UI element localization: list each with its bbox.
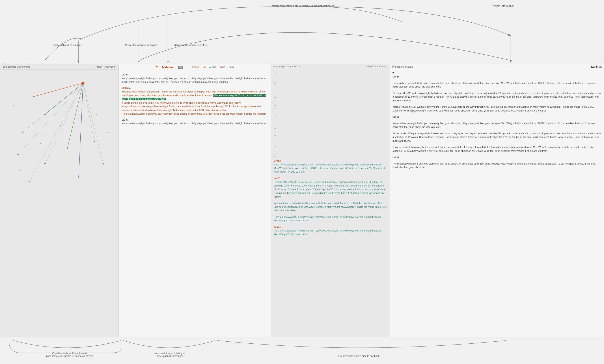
conn-row-5: [274, 114, 387, 117]
conn-header-right: Project Information: [367, 65, 387, 68]
svg-point-21: [94, 141, 95, 142]
far-right-status-dot: [392, 72, 394, 73]
interview-scroll-content[interactable]: Lai Yi Here's a heavyweight T-shirt you …: [119, 71, 271, 337]
speaker-laiy2: Lai Yi: [122, 118, 268, 122]
pin-badge[interactable]: Pin: [178, 66, 183, 69]
conn-laiy-block: Lai Yi Because Max-Weight heavyweight T-…: [274, 176, 387, 199]
svg-point-15: [22, 132, 23, 133]
participant-austin[interactable]: Austin: [209, 66, 216, 69]
conn-row-3: [274, 95, 387, 98]
far-right-block-7: Here's a heavyweight T-shirt you can rea…: [392, 162, 601, 169]
svg-line-8: [79, 83, 83, 177]
participant-grace[interactable]: Grace: [192, 66, 199, 69]
panel2-label: Currently focused interview: [119, 44, 164, 47]
laiy1-text: Here's a heavyweight T-shirt you can rea…: [122, 77, 268, 84]
svg-point-14: [44, 114, 46, 115]
conn-grace2-block: Grace Here's a heavyweight T-shirt you c…: [274, 225, 387, 236]
conn-row-9: [274, 154, 387, 157]
panel3-label: Memex-ish Connections List: [168, 44, 213, 47]
conn-grace-block: Grace Here's a heavyweight T-shirt you c…: [274, 159, 387, 174]
svg-line-2: [34, 83, 83, 97]
connections-panel[interactable]: Soft Surplus Membership Project Informat…: [271, 64, 390, 337]
far-right-dot-row: [392, 72, 601, 73]
svg-line-4: [23, 83, 83, 132]
far-right-panel[interactable]: Project Information Lai Yi O. Lai Yi Her…: [390, 64, 604, 337]
svg-point-19: [78, 176, 79, 178]
connections-panel-header: Soft Surplus Membership Project Informat…: [271, 64, 390, 69]
top-right-label: Project Information: [492, 4, 514, 8]
far-right-block-2: Because Max-Weight heavyweight T-shirts …: [392, 91, 601, 103]
svg-point-16: [67, 147, 68, 149]
conn-dot-8: [274, 146, 276, 148]
svg-point-23: [13, 105, 14, 106]
conn-dot-1: [274, 72, 276, 74]
bottom-note-3: Click anywhere on this side to go "back": [224, 355, 493, 357]
svg-point-28: [60, 125, 61, 126]
far-right-name-1: Lai Yi: [392, 75, 601, 79]
conn-header-left: Soft Surplus Membership: [273, 65, 301, 68]
svg-line-7: [29, 83, 83, 182]
interview-block-2: Melanie Because Max-Weight heavyweight T…: [122, 86, 268, 116]
svg-point-13: [33, 96, 35, 97]
far-right-person-name: Lai Yi O.: [591, 65, 602, 68]
conn-row-6: [274, 126, 387, 129]
conn-dot-5: [274, 115, 276, 117]
conn-row-7: [274, 134, 387, 137]
far-right-block-4: Here's a heavyweight T-shirt you can rea…: [392, 121, 601, 129]
far-right-block-1: Here's a heavyweight T-shirt you can rea…: [392, 81, 601, 89]
top-center-label: Textual connections are rendered in the …: [257, 4, 347, 8]
conn-dot-6: [274, 127, 276, 129]
conn-dot-3: [274, 96, 276, 98]
participant-katie[interactable]: Katie: [220, 66, 225, 69]
conn-row-1: [274, 71, 387, 74]
participant-ed[interactable]: Ed: [202, 66, 205, 69]
svg-point-26: [107, 132, 108, 133]
middle-interview-panel[interactable]: Melanie Pin Grace Ed Austin Katie Lucy L…: [119, 64, 271, 337]
participant-lucy[interactable]: Lucy: [229, 66, 234, 69]
focused-name: Melanie: [162, 66, 173, 69]
bottom-note-2: Needs a lot more thinking re: how to dep…: [130, 352, 211, 357]
svg-point-12: [82, 82, 85, 85]
conn-dot-7: [274, 135, 276, 137]
far-right-scroll[interactable]: Lai Yi Here's a heavyweight T-shirt you …: [390, 70, 604, 337]
highlighted-choice: Choose from a regular T-shirt, a pocket …: [122, 94, 266, 100]
svg-line-5: [67, 83, 83, 148]
svg-point-18: [29, 181, 30, 182]
svg-line-6: [45, 83, 83, 164]
svg-point-24: [40, 143, 41, 144]
bottom-brackets-svg: [0, 337, 604, 364]
melanie-text-start: Because Max-Weight heavyweight T-shirts …: [122, 90, 268, 101]
svg-point-22: [103, 163, 104, 164]
conn-dot-2: [274, 82, 276, 84]
left-panel-header: Soft Surplus Membership Project Informat…: [0, 64, 118, 70]
far-right-header-left: Project Information: [392, 65, 413, 68]
main-content: Soft Surplus Membership Project Informat…: [0, 64, 604, 337]
left-header-right: Project Information: [96, 65, 116, 68]
conn-dot-9: [274, 155, 276, 157]
far-right-block-6: You just found it. Max-Weight heavyweigh…: [392, 145, 601, 153]
far-right-name-2: Lai Yi: [392, 115, 601, 119]
far-right-header: Project Information Lai Yi O.: [390, 64, 604, 70]
svg-point-17: [44, 163, 46, 164]
conn-row-4: [274, 105, 387, 108]
status-dot: [156, 66, 158, 67]
conn-row-8: [274, 145, 387, 148]
far-right-block-5: Because Max-Weight heavyweight T-shirts …: [392, 132, 601, 143]
connections-scroll[interactable]: Grace Here's a heavyweight T-shirt you c…: [271, 69, 390, 337]
speaker-laiy1: Lai Yi: [122, 73, 268, 77]
interview-block-1: Lai Yi Here's a heavyweight T-shirt you …: [122, 73, 268, 84]
network-svg: [0, 70, 118, 336]
interview-header: Melanie Pin Grace Ed Austin Katie Lucy: [119, 64, 271, 71]
svg-line-11: [83, 83, 103, 164]
svg-line-9: [18, 83, 83, 155]
far-right-block-3: You just found it. Max-Weight heavyweigh…: [392, 105, 601, 112]
left-header-left: Soft Surplus Membership: [2, 65, 30, 68]
top-arrows-svg: [0, 0, 604, 65]
interview-block-3: Lai Yi Here's a heavyweight T-shirt you …: [122, 118, 268, 125]
svg-point-25: [96, 114, 97, 115]
left-network-panel[interactable]: Soft Surplus Membership Project Informat…: [0, 64, 119, 337]
conn-chilly-block: Here's a heavyweight T-shirt you can rea…: [274, 215, 387, 222]
melanie-text-found: You just found it. Max-Weight heavyweigh…: [122, 105, 268, 112]
panel1-label: Index/network visualizer: [45, 44, 90, 47]
laiy2-text: Here's a heavyweight T-shirt you can rea…: [122, 121, 268, 125]
